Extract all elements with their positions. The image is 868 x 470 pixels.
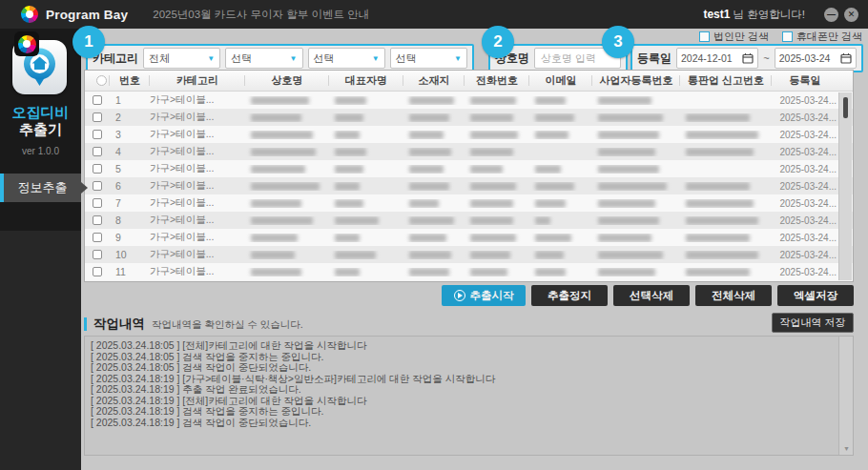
log-scrollbar[interactable]: ▼ (838, 337, 853, 455)
radio-icon[interactable] (96, 75, 107, 86)
redacted-data (535, 199, 566, 208)
table-row[interactable]: 4가구>테이블...2025-03-24... (85, 143, 853, 160)
cell-redacted (680, 182, 772, 191)
table-row[interactable]: 2가구>테이블...2025-03-24... (85, 109, 853, 126)
calendar-icon[interactable] (840, 52, 852, 64)
work-log-subtitle: 작업내역을 확인하실 수 있습니다. (152, 318, 303, 332)
corporate-only-checkbox[interactable]: 법인만 검색 (699, 30, 769, 44)
sub-category-select-1[interactable]: 선택 ▼ (225, 48, 302, 69)
checkbox-icon[interactable] (93, 181, 102, 191)
brand-name: Program Bay (46, 8, 128, 22)
cell-register-date: 2025-03-24... (772, 181, 838, 192)
checkbox-icon[interactable] (93, 233, 102, 242)
table-row[interactable]: 8가구>테이블...2025-03-24... (85, 212, 853, 229)
row-checkbox[interactable] (85, 112, 110, 122)
calendar-icon[interactable] (742, 52, 754, 64)
checkbox-icon[interactable] (93, 250, 102, 259)
redacted-data (335, 182, 360, 191)
row-checkbox[interactable] (85, 215, 110, 225)
table-scrollbar[interactable] (838, 92, 852, 280)
checkbox-icon[interactable] (93, 112, 102, 122)
cell-redacted (680, 199, 772, 208)
date-to-input[interactable]: 2025-03-24 (775, 48, 857, 69)
cell-redacted (329, 182, 403, 191)
table-scrollbar-thumb[interactable] (843, 97, 848, 118)
checkbox-icon[interactable] (93, 95, 102, 105)
chevron-down-icon: ▼ (290, 54, 298, 63)
checkbox-icon[interactable] (93, 198, 102, 208)
table-row[interactable]: 9가구>테이블...2025-03-24... (85, 229, 853, 246)
column-header: 카테고리 (150, 71, 245, 91)
row-checkbox[interactable] (85, 164, 110, 174)
checkbox-icon[interactable] (93, 267, 102, 276)
table-row[interactable]: 6가구>테이블...2025-03-24... (85, 177, 853, 194)
row-checkbox[interactable] (85, 181, 110, 191)
table-row[interactable]: 7가구>테이블...2025-03-24... (85, 194, 853, 212)
date-from-input[interactable]: 2024-12-01 (676, 48, 758, 69)
redacted-data (598, 148, 655, 156)
checkbox-icon[interactable] (93, 147, 102, 156)
select-all-radio[interactable] (85, 71, 110, 91)
row-checkbox[interactable] (85, 250, 110, 259)
table-row[interactable]: 1가구>테이블...2025-03-24... (85, 92, 853, 109)
delete-all-button[interactable]: 전체삭제 (695, 285, 772, 306)
date-label: 등록일 (637, 51, 672, 67)
redacted-data (598, 131, 659, 139)
extract-stop-button[interactable]: 추출정지 (531, 285, 608, 306)
sub-category-select-2[interactable]: 선택 ▼ (308, 48, 385, 69)
cell-number: 8 (110, 215, 150, 226)
checkbox-icon[interactable] (93, 130, 102, 139)
sub-category-select-3[interactable]: 선택 ▼ (390, 48, 467, 69)
checkbox-icon[interactable] (782, 31, 793, 42)
column-header: 사업자등록번호 (592, 71, 680, 91)
column-header: 번호 (110, 71, 150, 91)
redacted-data (470, 113, 513, 122)
redacted-data (686, 199, 754, 208)
sidebar-item-info-extract[interactable]: 정보추출 (0, 174, 81, 202)
category-select[interactable]: 전체 ▼ (143, 48, 220, 69)
redacted-data (535, 182, 574, 191)
cell-category: 가구>테이블... (150, 128, 245, 141)
checkbox-icon[interactable] (93, 215, 102, 225)
row-checkbox[interactable] (85, 233, 110, 242)
redacted-data (251, 113, 301, 122)
excel-save-button[interactable]: 엑셀저장 (777, 285, 854, 306)
extract-start-button[interactable]: 추출시작 (442, 285, 526, 306)
table-row[interactable]: 3가구>테이블...2025-03-24... (85, 126, 853, 143)
row-checkbox[interactable] (85, 130, 110, 139)
row-checkbox[interactable] (85, 95, 110, 105)
checkbox-icon[interactable] (699, 31, 710, 42)
scroll-down-arrow-icon[interactable]: ▼ (839, 445, 854, 452)
table-row[interactable]: 10가구>테이블...2025-03-24... (85, 246, 853, 263)
close-button[interactable]: ✕ (844, 8, 858, 22)
checkbox-icon[interactable] (93, 164, 102, 174)
redacted-data (251, 234, 298, 242)
cell-redacted (465, 148, 529, 156)
delete-selected-button[interactable]: 선택삭제 (613, 285, 690, 306)
cell-category: 가구>테이블... (150, 93, 245, 107)
cell-redacted (403, 148, 465, 156)
work-log-save-button[interactable]: 작업내역 저장 (772, 313, 854, 333)
row-checkbox[interactable] (85, 267, 110, 276)
date-filter-group: 등록일 2024-12-01 ~ 2025-03-24 (630, 44, 863, 72)
cell-redacted (329, 234, 403, 242)
column-header: 전화번호 (465, 71, 529, 91)
accent-bar (84, 317, 87, 331)
row-checkbox[interactable] (85, 147, 110, 156)
minimize-button[interactable]: — (824, 8, 838, 22)
table-row[interactable]: 11가구>테이블...2025-03-24... (85, 263, 853, 280)
redacted-data (251, 268, 301, 276)
cell-number: 6 (110, 180, 150, 192)
table-row[interactable]: 5가구>테이블...2025-03-24... (85, 160, 853, 177)
cell-redacted (245, 182, 329, 191)
column-header: 대표자명 (329, 71, 403, 91)
redacted-data (598, 251, 663, 259)
row-checkbox[interactable] (85, 198, 110, 208)
cell-redacted (529, 199, 592, 208)
column-header: 상호명 (245, 71, 329, 91)
redacted-data (598, 234, 651, 242)
redacted-data (251, 182, 320, 191)
mobile-only-checkbox[interactable]: 휴대폰만 검색 (782, 30, 862, 44)
user-name: test1 (703, 8, 730, 21)
redacted-data (335, 234, 360, 242)
